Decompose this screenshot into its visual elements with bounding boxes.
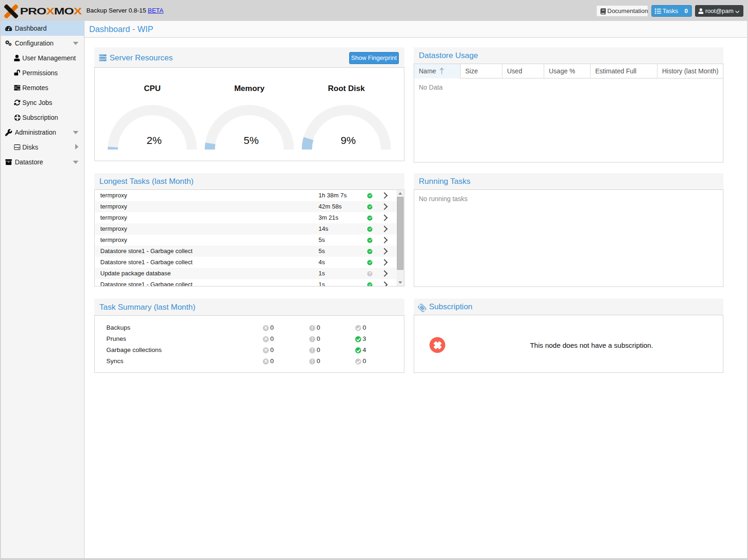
svg-text:PROXMOX: PROXMOX (20, 6, 82, 16)
